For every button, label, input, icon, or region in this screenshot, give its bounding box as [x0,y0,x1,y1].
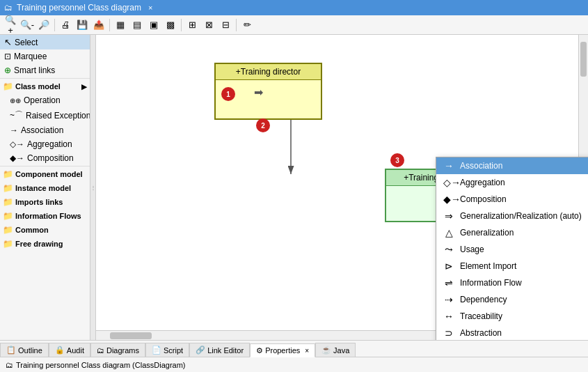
sidebar-item-composition[interactable]: ◆→ Composition [0,151,90,165]
export-button[interactable]: 📤 [91,17,106,33]
left-collapse-handle[interactable]: ⋮ [90,35,96,340]
select-icon: ↖ [4,37,12,47]
sidebar-section-instance-model[interactable]: 📁 Instance model [0,181,90,195]
tab-java[interactable]: ☕ Java [315,343,356,357]
bottom-tabs: 📋 Outline 🔒 Audit 🗂 Diagrams 📄 Script 🔗 … [0,340,588,357]
menu-item-association[interactable]: → Association [436,157,588,174]
generalization-menu-icon: △ [443,227,454,238]
sidebar-item-smart-links[interactable]: ⊕ Smart links [0,63,90,77]
toolbar-sep-3 [181,19,182,31]
print-button[interactable]: 🖨 [58,17,73,33]
zoom-reset-button[interactable]: 🔎 [36,17,51,33]
folder-icon-class: 📁 [3,82,13,91]
sidebar-section-freedraw-label: Free drawing [15,240,63,248]
menu-item-dependency[interactable]: ⇢ Dependency [436,291,588,308]
status-bar: 🗂 Training personnel Class diagram (Clas… [0,357,588,372]
sidebar-section-class-model[interactable]: 📁 Class model ▶ [0,79,90,93]
menu-item-usage[interactable]: ⤳ Usage [436,241,588,258]
draw-button[interactable]: ✏ [239,17,255,33]
tab-script[interactable]: 📄 Script [145,343,189,357]
toolbar-sep-2 [109,19,110,31]
tab-link-editor[interactable]: 🔗 Link Editor [189,343,250,357]
sidebar-item-select[interactable]: ↖ Select [0,35,90,49]
align-button-3[interactable]: ⊟ [218,17,233,33]
operation-icon: ⊕⊕ [10,97,21,104]
sidebar-item-association[interactable]: → Association [0,123,90,137]
folder-icon-component: 📁 [3,169,13,179]
context-menu: → Association ◇→ Aggregation ◆→ Composit… [436,157,588,340]
association-menu-icon: → [443,160,454,171]
h-scroll-thumb[interactable] [110,332,152,339]
menu-item-abstraction[interactable]: ⊃ Abstraction [436,325,588,340]
sidebar-item-composition-label: Composition [27,153,74,163]
sidebar-divider-1 [0,78,90,79]
properties-tab-close[interactable]: × [305,347,309,355]
title-text: Training personnel Class diagram [17,3,141,13]
v-scroll-thumb[interactable] [580,42,587,77]
sidebar-section-imports-links[interactable]: 📁 Imports links [0,195,90,209]
sidebar-section-free-drawing[interactable]: 📁 Free drawing [0,237,90,251]
canvas-area[interactable]: +Training director 1 ➡ 2 3 +Tr [96,35,588,340]
sidebar-item-raised-exception[interactable]: ~⌒ Raised Exception [0,107,90,123]
tab-properties-label: Properties [265,346,300,355]
main-area: ↖ Select ⊡ Marquee ⊕ Smart links 📁 Class… [0,35,588,340]
status-text: Training personnel Class diagram (ClassD… [16,361,186,369]
tab-outline-label: Outline [18,346,42,355]
tab-diagrams-label: Diagrams [106,346,139,355]
tab-properties[interactable]: ⚙ Properties × [250,343,315,357]
menu-item-element-import[interactable]: ⊳ Element Import [436,258,588,274]
sidebar-section-component-model[interactable]: 📁 Component model [0,167,90,181]
folder-icon-freedraw: 📁 [3,239,13,249]
abstraction-menu-icon: ⊃ [443,327,454,339]
title-bar: 🗂 Training personnel Class diagram × [0,0,588,15]
class-box-1-header: +Training director [216,64,321,80]
menu-item-composition[interactable]: ◆→ Composition [436,191,588,208]
menu-item-abstraction-label: Abstraction [460,328,502,338]
tab-java-label: Java [333,346,349,355]
menu-item-composition-label: Composition [460,194,507,204]
menu-item-usage-label: Usage [460,245,484,254]
layout-button-1[interactable]: ▦ [113,17,128,33]
menu-item-information-flow[interactable]: ⇌ Information Flow [436,274,588,291]
class-box-1-body: 1 ➡ [216,80,321,118]
sidebar-section-information-flows[interactable]: 📁 Information Flows [0,209,90,223]
sidebar-item-marquee[interactable]: ⊡ Marquee [0,49,90,63]
menu-item-aggregation[interactable]: ◇→ Aggregation [436,174,588,191]
align-button-2[interactable]: ⊠ [201,17,216,33]
java-tab-icon: ☕ [321,346,331,355]
align-button-1[interactable]: ⊞ [184,17,200,33]
zoom-out-button[interactable]: 🔍- [19,17,35,33]
sidebar-item-aggregation[interactable]: ◇→ Aggregation [0,137,90,151]
close-icon[interactable]: × [148,3,152,12]
sidebar-item-association-label: Association [21,125,63,135]
layout-button-2[interactable]: ▤ [129,17,145,33]
layout-button-4[interactable]: ▩ [163,17,178,33]
menu-item-generalization[interactable]: △ Generalization [436,224,588,241]
class-box-training-director[interactable]: +Training director 1 ➡ [214,63,322,120]
menu-item-dependency-label: Dependency [460,295,507,304]
folder-icon-infoflows: 📁 [3,211,13,221]
menu-item-traceability-label: Traceability [460,311,502,321]
tab-outline[interactable]: 📋 Outline [0,343,49,357]
sidebar: ↖ Select ⊡ Marquee ⊕ Smart links 📁 Class… [0,35,90,340]
sidebar-section-component-label: Component model [15,170,83,178]
sidebar-item-raised-exception-label: Raised Exception [26,111,90,121]
tab-diagrams[interactable]: 🗂 Diagrams [90,343,145,357]
class-model-expand-icon: ▶ [81,83,87,91]
sidebar-item-aggregation-label: Aggregation [27,139,72,149]
step-circle-1: 1 [221,87,235,101]
menu-item-generalization-auto[interactable]: ⇒ Generalization/Realization (auto) [436,208,588,224]
usage-menu-icon: ⤳ [443,244,454,255]
sidebar-item-operation[interactable]: ⊕⊕ Operation [0,93,90,107]
layout-button-3[interactable]: ▣ [146,17,161,33]
link-editor-tab-icon: 🔗 [196,346,205,355]
save-button[interactable]: 💾 [74,17,90,33]
outline-tab-icon: 📋 [6,346,16,355]
sidebar-section-class-model-label: Class model [15,82,61,91]
sidebar-item-marquee-label: Marquee [14,52,47,61]
menu-item-generalization-auto-label: Generalization/Realization (auto) [460,211,582,221]
menu-item-traceability[interactable]: ↔ Traceability [436,308,588,325]
zoom-in-button[interactable]: 🔍+ [3,17,18,33]
sidebar-section-common[interactable]: 📁 Common [0,223,90,237]
tab-audit[interactable]: 🔒 Audit [49,343,90,357]
